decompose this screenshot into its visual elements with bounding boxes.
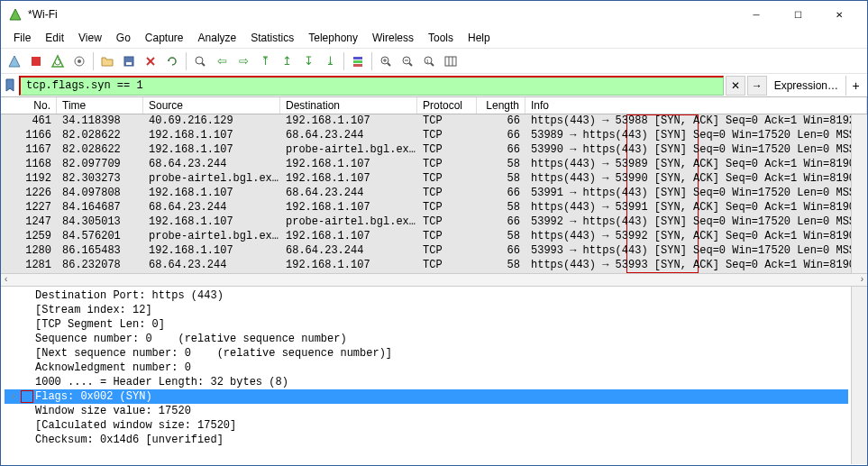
table-row[interactable]: 116782.028622192.168.1.107probe-airtel.b… (1, 143, 852, 158)
zoom-in-icon[interactable] (376, 51, 396, 71)
col-info[interactable]: Info (525, 97, 867, 114)
detail-line[interactable]: Window size value: 17520 (5, 404, 863, 418)
nav-left-icon[interactable]: ‹ (5, 274, 7, 286)
col-destination[interactable]: Destination (280, 97, 417, 114)
close-button[interactable]: ✕ (818, 1, 860, 28)
restart-capture-icon[interactable] (48, 51, 68, 71)
menu-wireless[interactable]: Wireless (365, 30, 421, 46)
menu-view[interactable]: View (71, 30, 109, 46)
zoom-out-icon[interactable] (397, 51, 417, 71)
close-file-icon[interactable] (141, 51, 160, 71)
packet-details[interactable]: Destination Port: https (443) [Stream in… (1, 286, 867, 464)
col-protocol[interactable]: Protocol (417, 97, 477, 114)
svg-line-15 (388, 63, 390, 66)
svg-rect-10 (353, 60, 362, 63)
nav-right-icon[interactable]: › (861, 274, 863, 286)
svg-point-7 (196, 57, 203, 64)
svg-rect-9 (353, 57, 362, 59)
table-row[interactable]: 128186.23207868.64.23.244192.168.1.107TC… (1, 259, 852, 273)
table-row[interactable]: 125984.576201probe-airtel.bgl.ex…192.168… (1, 230, 852, 244)
stop-capture-icon[interactable] (26, 51, 46, 71)
detail-line[interactable]: Sequence number: 0 (relative sequence nu… (5, 332, 863, 346)
detail-line[interactable]: Checksum: 0x14d6 [unverified] (5, 433, 863, 447)
detail-line-flags[interactable]: ›Flags: 0x002 (SYN) (5, 389, 848, 404)
table-row[interactable]: 116682.028622192.168.1.10768.64.23.244TC… (1, 129, 852, 143)
detail-line[interactable]: [TCP Segment Len: 0] (5, 317, 863, 332)
apply-filter-icon[interactable]: → (747, 76, 767, 96)
table-row[interactable]: 124784.305013192.168.1.107probe-airtel.b… (1, 215, 852, 230)
go-to-packet-icon[interactable]: ⤒ (255, 51, 275, 71)
detail-line[interactable]: [Next sequence number: 0 (relative seque… (5, 346, 863, 361)
table-row[interactable]: 122784.16468768.64.23.244192.168.1.107TC… (1, 201, 852, 215)
add-filter-button[interactable]: + (845, 76, 865, 96)
svg-line-18 (409, 63, 412, 66)
table-row[interactable]: 122684.097808192.168.1.10768.64.23.244TC… (1, 187, 852, 201)
menu-telephony[interactable]: Telephony (301, 30, 365, 46)
start-capture-icon[interactable] (5, 51, 24, 71)
detail-line[interactable]: [Stream index: 12] (5, 303, 863, 317)
titlebar: *Wi-Fi ─ ☐ ✕ (1, 1, 867, 28)
col-length[interactable]: Length (477, 97, 525, 114)
go-back-icon[interactable]: ⇦ (212, 51, 232, 71)
window-title: *Wi-Fi (28, 8, 736, 21)
svg-line-21 (431, 63, 434, 66)
svg-text:1: 1 (426, 58, 430, 63)
minimize-button[interactable]: ─ (736, 1, 777, 28)
svg-rect-4 (126, 62, 132, 65)
menu-file[interactable]: File (6, 30, 38, 46)
svg-rect-11 (353, 64, 362, 67)
menu-help[interactable]: Help (461, 30, 498, 46)
menu-capture[interactable]: Capture (138, 30, 191, 46)
toolbar: ⇦ ⇨ ⤒ ↥ ↧ ⤓ 1 (1, 48, 867, 73)
detail-line[interactable]: [Calculated window size: 17520] (5, 418, 863, 433)
svg-rect-22 (445, 57, 456, 66)
detail-line[interactable]: Destination Port: https (443) (5, 288, 863, 303)
go-last-icon[interactable]: ↧ (298, 51, 318, 71)
menu-analyze[interactable]: Analyze (191, 30, 244, 46)
table-row[interactable]: 128086.165483192.168.1.10768.64.23.244TC… (1, 244, 852, 259)
auto-scroll-icon[interactable]: ⤓ (320, 51, 340, 71)
packet-list-header: No. Time Source Destination Protocol Len… (1, 96, 867, 114)
menu-go[interactable]: Go (109, 30, 138, 46)
maximize-button[interactable]: ☐ (777, 1, 818, 28)
go-first-icon[interactable]: ↥ (277, 51, 297, 71)
col-source[interactable]: Source (143, 97, 280, 114)
table-row[interactable]: 119282.303273probe-airtel.bgl.ex…192.168… (1, 172, 852, 187)
table-row[interactable]: 46134.11839840.69.216.129192.168.1.107TC… (1, 114, 852, 129)
go-forward-icon[interactable]: ⇨ (233, 51, 253, 71)
menu-edit[interactable]: Edit (38, 30, 71, 46)
menu-statistics[interactable]: Statistics (243, 30, 301, 46)
svg-point-2 (78, 59, 81, 63)
open-file-icon[interactable] (97, 51, 117, 71)
zoom-reset-icon[interactable]: 1 (419, 51, 439, 71)
table-row[interactable]: 116882.09770968.64.23.244192.168.1.107TC… (1, 158, 852, 172)
find-packet-icon[interactable] (190, 51, 210, 71)
clear-filter-icon[interactable]: ✕ (726, 76, 745, 96)
col-time[interactable]: Time (57, 97, 143, 114)
reload-icon[interactable] (162, 51, 182, 71)
col-no[interactable]: No. (1, 97, 57, 114)
expression-button[interactable]: Expression… (769, 79, 844, 92)
filter-bar: ✕ → Expression… + (1, 73, 867, 96)
svg-rect-0 (32, 57, 41, 66)
svg-line-8 (202, 63, 205, 66)
menu-tools[interactable]: Tools (421, 30, 461, 46)
capture-options-icon[interactable] (69, 51, 89, 71)
pane-navigator[interactable]: ‹ › (1, 273, 867, 286)
display-filter-input[interactable] (19, 76, 724, 96)
save-file-icon[interactable] (119, 51, 139, 71)
resize-columns-icon[interactable] (441, 51, 461, 71)
detail-line[interactable]: 1000 .... = Header Length: 32 bytes (8) (5, 375, 863, 389)
menubar: File Edit View Go Capture Analyze Statis… (1, 28, 867, 48)
detail-line[interactable]: Acknowledgment number: 0 (5, 361, 863, 375)
app-icon (8, 7, 23, 22)
packet-list[interactable]: 46134.11839840.69.216.129192.168.1.107TC… (1, 114, 867, 273)
colorize-icon[interactable] (348, 51, 368, 71)
bookmark-icon[interactable] (3, 76, 17, 96)
expand-icon[interactable]: › (10, 390, 16, 403)
